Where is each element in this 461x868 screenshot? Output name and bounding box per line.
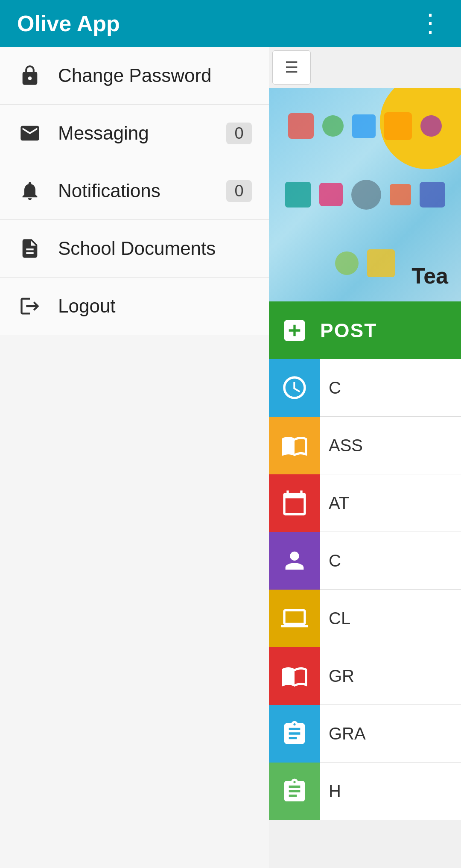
main-content-panel: ☰ Tea POST	[269, 47, 461, 868]
drawer-item-messaging[interactable]: Messaging 0	[0, 105, 269, 162]
drawer-item-school-documents[interactable]: School Documents	[0, 220, 269, 278]
action-item-gradebook[interactable]: GRA	[269, 705, 461, 763]
action-item-homework[interactable]: H	[269, 763, 461, 820]
action-item-attendance[interactable]: AT	[269, 474, 461, 532]
attendance-action-label: AT	[320, 494, 349, 513]
school-documents-label: School Documents	[58, 238, 252, 259]
post-icon	[269, 301, 320, 359]
email-icon	[17, 120, 43, 146]
change-password-label: Change Password	[58, 65, 252, 86]
laptop-icon	[269, 590, 320, 647]
action-item-assignments[interactable]: ASS	[269, 417, 461, 474]
calendar-icon	[269, 474, 320, 532]
document-icon	[17, 236, 43, 261]
post-button[interactable]: POST	[269, 301, 461, 359]
class-action-label: CL	[320, 609, 350, 628]
more-options-icon[interactable]: ⋮	[417, 11, 444, 36]
messaging-label: Messaging	[58, 123, 226, 144]
notifications-label: Notifications	[58, 180, 226, 202]
navigation-drawer: Change Password Messaging 0 Notification…	[0, 47, 269, 868]
clock-action-label: C	[320, 378, 341, 397]
action-item-grades[interactable]: GR	[269, 647, 461, 705]
menu-toggle-button[interactable]: ☰	[272, 50, 311, 85]
book-open-icon	[269, 417, 320, 474]
hamburger-icon: ☰	[285, 58, 298, 76]
contacts-action-label: C	[320, 551, 341, 570]
messaging-badge: 0	[226, 123, 252, 144]
logout-label: Logout	[58, 295, 252, 317]
drawer-item-logout[interactable]: Logout	[0, 278, 269, 335]
logout-icon	[17, 293, 43, 319]
homework-icon	[269, 763, 320, 820]
app-header: Olive App ⋮	[0, 0, 461, 47]
app-title: Olive App	[17, 11, 120, 36]
hero-banner: Tea	[269, 88, 461, 301]
drawer-item-notifications[interactable]: Notifications 0	[0, 162, 269, 220]
drawer-item-change-password[interactable]: Change Password	[0, 47, 269, 105]
gradebook-action-label: GRA	[320, 724, 366, 743]
action-item-contacts[interactable]: C	[269, 532, 461, 590]
clipboard-icon	[269, 705, 320, 763]
post-label: POST	[320, 319, 377, 342]
grades-action-label: GR	[320, 666, 354, 686]
clock-icon	[269, 359, 320, 417]
notification-icon	[17, 178, 43, 204]
person-icon	[269, 532, 320, 590]
assignments-action-label: ASS	[320, 436, 363, 455]
action-item-class[interactable]: CL	[269, 590, 461, 647]
action-item-clock[interactable]: C	[269, 359, 461, 417]
gradebook-icon	[269, 647, 320, 705]
hero-label: Tea	[411, 263, 448, 289]
notifications-badge: 0	[226, 180, 252, 202]
actions-list: POST C ASS	[269, 301, 461, 868]
lock-icon	[17, 63, 43, 88]
homework-action-label: H	[320, 782, 341, 801]
